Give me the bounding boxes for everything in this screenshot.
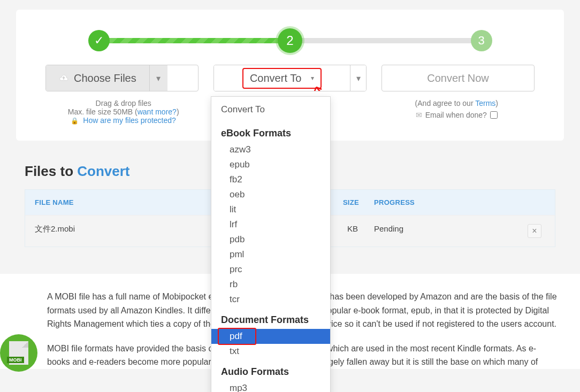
- step-3: 3: [471, 30, 492, 51]
- dropdown-item-pdb[interactable]: pdb: [221, 232, 320, 247]
- dropdown-item-lit[interactable]: lit: [221, 202, 320, 217]
- th-actions: [524, 198, 545, 206]
- convert-to-group: Convert To ▾ ▾: [213, 65, 367, 91]
- caret-down-icon: ▾: [356, 73, 361, 83]
- action-buttons-row: Choose Files ▾ Convert To ▾ ▾: [32, 65, 548, 91]
- convert-now-label: Convert Now: [427, 72, 489, 84]
- step-1-done: ✓: [88, 30, 110, 51]
- dropdown-item-txt[interactable]: txt: [221, 344, 320, 359]
- email-row: ✉ Email when done?: [384, 111, 529, 119]
- dropdown-item-fb2[interactable]: fb2: [221, 172, 320, 187]
- agree-terms-text: (And agree to our Terms): [384, 99, 529, 107]
- cell-remove: ×: [524, 224, 545, 238]
- dropdown-group-heading: eBook Formats: [221, 128, 320, 139]
- dropdown-item-mp3[interactable]: mp3: [221, 381, 320, 392]
- convert-to-button[interactable]: Convert To ▾: [214, 65, 350, 91]
- email-label: Email when done?: [425, 111, 487, 119]
- mobi-badge: MOBI: [0, 334, 37, 372]
- dropdown-item-rb[interactable]: rb: [221, 277, 320, 292]
- dropdown-item-prc[interactable]: prc: [221, 262, 320, 277]
- file-icon: MOBI: [9, 341, 28, 365]
- dropdown-item-pml[interactable]: pml: [221, 247, 320, 262]
- dropdown-group-heading: Document Formats: [221, 314, 320, 326]
- section-title-accent: Convert: [77, 163, 129, 179]
- convert-to-caret[interactable]: ▾: [350, 65, 366, 91]
- choose-help: Drag & drop files Max. file size 50MB (w…: [51, 99, 196, 125]
- step-indicator: ✓ 2 3: [88, 26, 492, 55]
- dropdown-group-heading: Audio Formats: [221, 366, 320, 378]
- convert-help: (And agree to our Terms) ✉ Email when do…: [384, 99, 529, 125]
- step-connector-1: [107, 38, 286, 43]
- dropdown-item-azw3[interactable]: azw3: [221, 142, 320, 157]
- choose-files-button[interactable]: Choose Files: [46, 65, 149, 91]
- step-connector-2: [300, 38, 476, 43]
- dropdown-item-oeb[interactable]: oeb: [221, 187, 320, 202]
- choose-files-group: Choose Files ▾: [45, 65, 199, 91]
- lock-icon: 🔒: [71, 117, 79, 125]
- annotation-arrow-icon: [313, 85, 345, 92]
- drag-drop-text: Drag & drop files: [51, 99, 196, 107]
- close-icon: ×: [532, 226, 537, 236]
- cell-progress: Pending: [374, 224, 524, 238]
- dropdown-item-pdf[interactable]: pdf: [211, 329, 330, 344]
- dropdown-title: Convert To: [211, 97, 330, 120]
- terms-link[interactable]: Terms: [475, 99, 495, 107]
- convert-to-label: Convert To: [250, 72, 301, 84]
- files-protected-link[interactable]: How are my files protected?: [83, 116, 176, 125]
- dropdown-item-lrf[interactable]: lrf: [221, 217, 320, 232]
- choose-files-caret[interactable]: ▾: [149, 65, 167, 91]
- dropdown-item-tcr[interactable]: tcr: [221, 292, 320, 307]
- want-more-link[interactable]: want more?: [138, 107, 177, 116]
- choose-files-label: Choose Files: [74, 72, 136, 84]
- convert-to-highlight: Convert To ▾: [242, 68, 322, 89]
- remove-row-button[interactable]: ×: [528, 224, 541, 238]
- convert-to-dropdown[interactable]: Convert To eBook Formatsazw3epubfb2oebli…: [211, 96, 331, 392]
- files-protected-row: 🔒 How are my files protected?: [51, 116, 196, 125]
- max-size-text: Max. file size 50MB (want more?): [51, 107, 196, 116]
- caret-down-icon: ▾: [311, 74, 314, 82]
- mobi-label: MOBI: [7, 357, 24, 363]
- th-progress: PROGRESS: [374, 198, 524, 206]
- cloud-upload-icon: [59, 73, 68, 83]
- caret-down-icon: ▾: [156, 73, 161, 83]
- email-checkbox[interactable]: [490, 111, 498, 119]
- dropdown-item-epub[interactable]: epub: [221, 157, 320, 172]
- convert-now-button[interactable]: Convert Now: [381, 65, 535, 91]
- step-2-active: 2: [278, 28, 302, 53]
- envelope-icon: ✉: [416, 111, 422, 119]
